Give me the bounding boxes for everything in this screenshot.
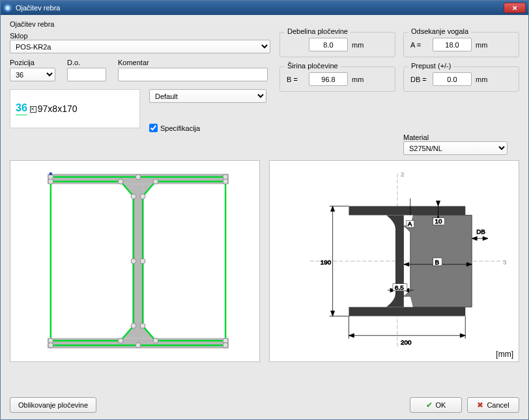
dialog-window: ⊕ Ojačitev rebra ✕ Ojačitev rebra Sklop … bbox=[0, 0, 529, 420]
svg-point-17 bbox=[118, 338, 123, 343]
svg-point-22 bbox=[223, 343, 228, 348]
komentar-label: Komentar bbox=[118, 59, 270, 66]
pozicija-combo[interactable]: 36 bbox=[10, 68, 55, 81]
svg-text:6.5: 6.5 bbox=[395, 284, 404, 291]
spec-preview: 36 97x8x170 bbox=[10, 89, 140, 128]
svg-text:A: A bbox=[408, 220, 412, 227]
sklop-label: Sklop bbox=[10, 32, 28, 40]
material-combo[interactable]: S275N/NL bbox=[403, 141, 508, 155]
cancel-icon: ✖ bbox=[477, 400, 483, 410]
svg-marker-53 bbox=[483, 236, 488, 240]
svg-marker-59 bbox=[436, 201, 440, 206]
do-label: D.o. bbox=[67, 59, 106, 66]
svg-marker-35 bbox=[331, 206, 335, 212]
svg-rect-28 bbox=[349, 206, 465, 216]
odsekanje-group: Odsekanje vogala A = mm bbox=[403, 32, 519, 57]
svg-text:3: 3 bbox=[503, 259, 507, 266]
prepust-group: Prepust (+/-) DB = mm bbox=[403, 66, 519, 92]
svg-point-8 bbox=[153, 179, 158, 184]
spec-text: 97x8x170 bbox=[30, 104, 78, 114]
svg-point-21 bbox=[136, 343, 141, 348]
check-icon: ✔ bbox=[426, 400, 433, 410]
svg-text:190: 190 bbox=[321, 259, 332, 266]
sirina-unit: mm bbox=[352, 76, 366, 83]
diagram-unit: [mm] bbox=[496, 350, 513, 359]
svg-point-14 bbox=[131, 323, 136, 328]
debelina-group: Debelina pločevine mm bbox=[279, 32, 395, 57]
svg-marker-36 bbox=[331, 311, 335, 316]
svg-marker-42 bbox=[460, 333, 465, 337]
debelina-legend: Debelina pločevine bbox=[285, 27, 350, 35]
svg-marker-47 bbox=[404, 262, 409, 266]
spec-number: 36 bbox=[16, 102, 27, 115]
titlebar: ⊕ Ojačitev rebra ✕ bbox=[1, 1, 528, 15]
specifikacija-label: Specifikacija bbox=[160, 124, 200, 132]
app-icon: ⊕ bbox=[3, 3, 12, 12]
prepust-input[interactable] bbox=[433, 72, 472, 86]
svg-point-9 bbox=[223, 179, 228, 184]
svg-point-12 bbox=[131, 259, 136, 264]
svg-point-7 bbox=[118, 179, 123, 184]
svg-point-15 bbox=[140, 323, 145, 328]
green-ibeam-svg bbox=[10, 161, 259, 361]
sirina-prefix: B = bbox=[287, 76, 305, 83]
pozicija-label: Pozicija bbox=[10, 59, 55, 66]
sirina-group: Širina pločevine B = mm bbox=[279, 66, 395, 92]
svg-point-13 bbox=[140, 259, 145, 264]
prepust-unit: mm bbox=[476, 76, 490, 83]
specifikacija-checkbox[interactable] bbox=[149, 124, 158, 132]
svg-marker-41 bbox=[349, 333, 354, 337]
komentar-input[interactable] bbox=[118, 68, 268, 81]
svg-point-10 bbox=[131, 194, 136, 199]
odsekanje-legend: Odsekanje vogala bbox=[408, 27, 471, 35]
spec-square-icon bbox=[30, 106, 36, 113]
close-button[interactable]: ✕ bbox=[504, 3, 526, 13]
odsekanje-input[interactable] bbox=[433, 38, 472, 51]
svg-point-20 bbox=[48, 343, 53, 348]
debelina-input[interactable] bbox=[309, 38, 348, 51]
sklop-combo[interactable]: POS-KR2a bbox=[10, 40, 270, 53]
material-label: Material bbox=[403, 133, 429, 141]
svg-text:B: B bbox=[435, 259, 440, 266]
svg-point-11 bbox=[140, 194, 145, 199]
ok-button[interactable]: ✔ OK bbox=[410, 397, 462, 413]
sirina-legend: Širina pločevine bbox=[285, 62, 341, 70]
svg-marker-52 bbox=[472, 236, 477, 240]
svg-rect-29 bbox=[349, 307, 465, 316]
svg-rect-30 bbox=[395, 215, 404, 307]
svg-rect-23 bbox=[50, 173, 52, 175]
window-title: Ojačitev rebra bbox=[16, 4, 504, 12]
svg-point-6 bbox=[48, 179, 53, 184]
dimension-svg: 2 3 bbox=[270, 161, 519, 361]
shape-button[interactable]: Oblikovanje pločevine bbox=[10, 397, 96, 413]
do-input[interactable] bbox=[67, 68, 106, 81]
diagram-right: 2 3 bbox=[269, 160, 519, 362]
debelina-unit: mm bbox=[352, 41, 366, 49]
close-icon: ✕ bbox=[512, 5, 517, 12]
svg-text:DB: DB bbox=[476, 228, 485, 235]
diagram-left[interactable] bbox=[10, 160, 260, 362]
sirina-input[interactable] bbox=[309, 72, 348, 86]
svg-text:10: 10 bbox=[435, 217, 443, 225]
odsekanje-prefix: A = bbox=[410, 41, 429, 49]
svg-text:200: 200 bbox=[401, 339, 412, 346]
svg-point-4 bbox=[136, 175, 141, 180]
prepust-prefix: DB = bbox=[410, 76, 429, 83]
svg-text:2: 2 bbox=[401, 171, 405, 178]
prepust-legend: Prepust (+/-) bbox=[408, 62, 453, 70]
svg-point-18 bbox=[153, 338, 158, 343]
content-area: Ojačitev rebra Sklop POS-KR2a Pozicija 3… bbox=[1, 15, 528, 419]
cancel-button[interactable]: ✖ Cancel bbox=[467, 397, 519, 413]
odsekanje-unit: mm bbox=[476, 41, 490, 49]
preview-combo[interactable]: Default bbox=[149, 89, 266, 103]
